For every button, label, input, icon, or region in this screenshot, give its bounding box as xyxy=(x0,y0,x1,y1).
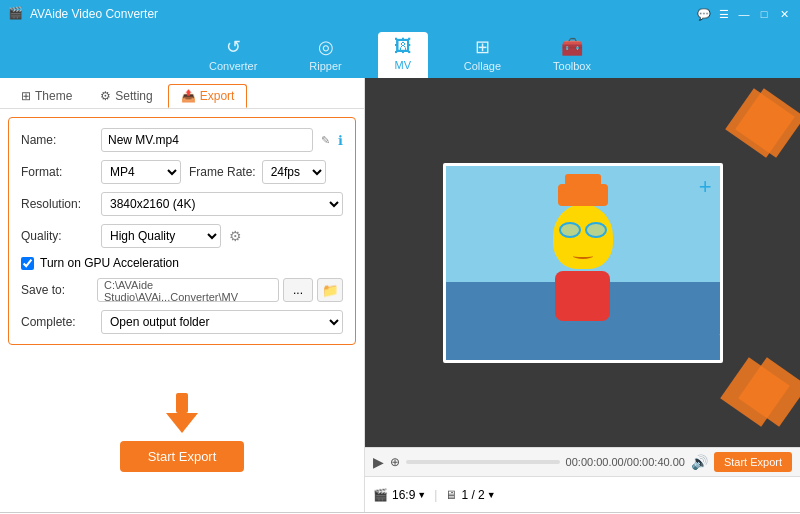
framerate-label: Frame Rate: xyxy=(189,165,256,179)
collage-icon: ⊞ xyxy=(475,36,490,58)
ratio-display: 16:9 xyxy=(392,488,415,502)
nav-mv-label: MV xyxy=(394,59,411,71)
film-icon: 🎬 xyxy=(373,488,388,502)
close-button[interactable]: ✕ xyxy=(776,6,792,22)
nav-mv[interactable]: 🖼 MV xyxy=(378,32,428,78)
maximize-button[interactable]: □ xyxy=(756,6,772,22)
setting-gear-icon: ⚙ xyxy=(100,89,111,103)
saveto-label: Save to: xyxy=(21,283,93,297)
ratio-page-bar: 🎬 16:9 ▼ | 🖥 1 / 2 ▼ xyxy=(365,476,800,512)
nav-converter-label: Converter xyxy=(209,60,257,72)
tab-setting[interactable]: ⚙ Setting xyxy=(87,84,165,108)
nav-converter[interactable]: ↺ Converter xyxy=(193,32,273,78)
window-controls: 💬 ☰ — □ ✕ xyxy=(696,6,792,22)
nav-bar: ↺ Converter ◎ Ripper 🖼 MV ⊞ Collage 🧰 To… xyxy=(0,28,800,78)
format-select[interactable]: MP4 MOV AVI xyxy=(101,160,181,184)
play-button[interactable]: ▶ xyxy=(373,454,384,470)
resolution-label: Resolution: xyxy=(21,197,93,211)
quality-select[interactable]: High Quality Medium Quality Low Quality xyxy=(101,224,221,248)
preview-frame: + + xyxy=(443,163,723,363)
right-panel: + + ▶ ⊕ 00:00:00.00/00:00:40.00 🔊 Start … xyxy=(365,78,800,512)
preview-area: + + xyxy=(365,78,800,447)
edit-icon[interactable]: ✎ xyxy=(321,134,330,147)
ripper-icon: ◎ xyxy=(318,36,334,58)
resolution-select[interactable]: 3840x2160 (4K) 1920x1080 (FHD) 1280x720 … xyxy=(101,192,343,216)
complete-label: Complete: xyxy=(21,315,93,329)
complete-row: Complete: Open output folder Do nothing xyxy=(21,310,343,334)
info-icon[interactable]: ℹ xyxy=(338,133,343,148)
nav-collage-label: Collage xyxy=(464,60,501,72)
minimize-button[interactable]: — xyxy=(736,6,752,22)
name-label: Name: xyxy=(21,133,93,147)
name-row: Name: ✎ ℹ xyxy=(21,128,343,152)
main-content: ⊞ Theme ⚙ Setting 📤 Export Name: ✎ ℹ xyxy=(0,78,800,512)
divider1: | xyxy=(434,488,437,502)
resolution-row: Resolution: 3840x2160 (4K) 1920x1080 (FH… xyxy=(21,192,343,216)
fps-group: Frame Rate: 24fps 30fps 60fps xyxy=(189,160,326,184)
menu-button[interactable]: ☰ xyxy=(716,6,732,22)
complete-select[interactable]: Open output folder Do nothing xyxy=(101,310,343,334)
nav-ripper-label: Ripper xyxy=(309,60,341,72)
format-row: Format: MP4 MOV AVI Frame Rate: 24fps 30… xyxy=(21,160,343,184)
tab-theme-label: Theme xyxy=(35,89,72,103)
time-display: 00:00:00.00/00:00:40.00 xyxy=(566,456,685,468)
left-panel: ⊞ Theme ⚙ Setting 📤 Export Name: ✎ ℹ xyxy=(0,78,365,512)
app-icon: 🎬 xyxy=(8,6,24,22)
progress-bar[interactable] xyxy=(406,460,560,464)
arrow-animation xyxy=(166,393,198,433)
ratio-dropdown-arrow: ▼ xyxy=(417,490,426,500)
plus-icon-right: + xyxy=(718,326,722,344)
tab-export[interactable]: 📤 Export xyxy=(168,84,248,108)
save-path-display: C:\AVAide Studio\AVAi...Converter\MV Exp… xyxy=(97,278,279,302)
start-export-button[interactable]: Start Export xyxy=(120,441,245,472)
tab-theme[interactable]: ⊞ Theme xyxy=(8,84,85,108)
page-dropdown-arrow: ▼ xyxy=(487,490,496,500)
plus-icon-top: + xyxy=(699,174,712,200)
format-label: Format: xyxy=(21,165,93,179)
framerate-select[interactable]: 24fps 30fps 60fps xyxy=(262,160,326,184)
start-export-area: Start Export xyxy=(0,353,364,512)
app-title: AVAide Video Converter xyxy=(30,7,696,21)
browse-dots-button[interactable]: ... xyxy=(283,278,313,302)
saveto-row: Save to: C:\AVAide Studio\AVAi...Convert… xyxy=(21,278,343,302)
page-selector[interactable]: 1 / 2 ▼ xyxy=(461,488,495,502)
title-bar: 🎬 AVAide Video Converter 💬 ☰ — □ ✕ xyxy=(0,0,800,28)
playback-bar: ▶ ⊕ 00:00:00.00/00:00:40.00 🔊 Start Expo… xyxy=(365,447,800,476)
export-icon: 📤 xyxy=(181,89,196,103)
nav-toolbox[interactable]: 🧰 Toolbox xyxy=(537,32,607,78)
export-form: Name: ✎ ℹ Format: MP4 MOV AVI Frame Rate… xyxy=(8,117,356,345)
monitor-icon: 🖥 xyxy=(445,488,457,502)
toolbox-icon: 🧰 xyxy=(561,36,583,58)
open-folder-button[interactable]: 📁 xyxy=(317,278,343,302)
page-display: 1 / 2 xyxy=(461,488,484,502)
theme-grid-icon: ⊞ xyxy=(21,89,31,103)
volume-icon[interactable]: 🔊 xyxy=(691,454,708,470)
converter-icon: ↺ xyxy=(226,36,241,58)
gpu-checkbox[interactable] xyxy=(21,257,34,270)
sub-tabs: ⊞ Theme ⚙ Setting 📤 Export xyxy=(0,78,364,109)
start-export-right-button[interactable]: Start Export xyxy=(714,452,792,472)
chat-button[interactable]: 💬 xyxy=(696,6,712,22)
tab-setting-label: Setting xyxy=(115,89,152,103)
tab-export-label: Export xyxy=(200,89,235,103)
quality-label: Quality: xyxy=(21,229,93,243)
mv-icon: 🖼 xyxy=(394,36,412,57)
name-input[interactable] xyxy=(101,128,313,152)
quality-row: Quality: High Quality Medium Quality Low… xyxy=(21,224,343,248)
gpu-label: Turn on GPU Acceleration xyxy=(40,256,179,270)
nav-toolbox-label: Toolbox xyxy=(553,60,591,72)
ratio-selector[interactable]: 16:9 ▼ xyxy=(392,488,426,502)
nav-ripper[interactable]: ◎ Ripper xyxy=(293,32,357,78)
nav-collage[interactable]: ⊞ Collage xyxy=(448,32,517,78)
gpu-row: Turn on GPU Acceleration xyxy=(21,256,343,270)
quality-gear-icon[interactable]: ⚙ xyxy=(229,228,242,244)
step-back-button[interactable]: ⊕ xyxy=(390,455,400,469)
cartoon-preview: + + xyxy=(446,166,720,360)
